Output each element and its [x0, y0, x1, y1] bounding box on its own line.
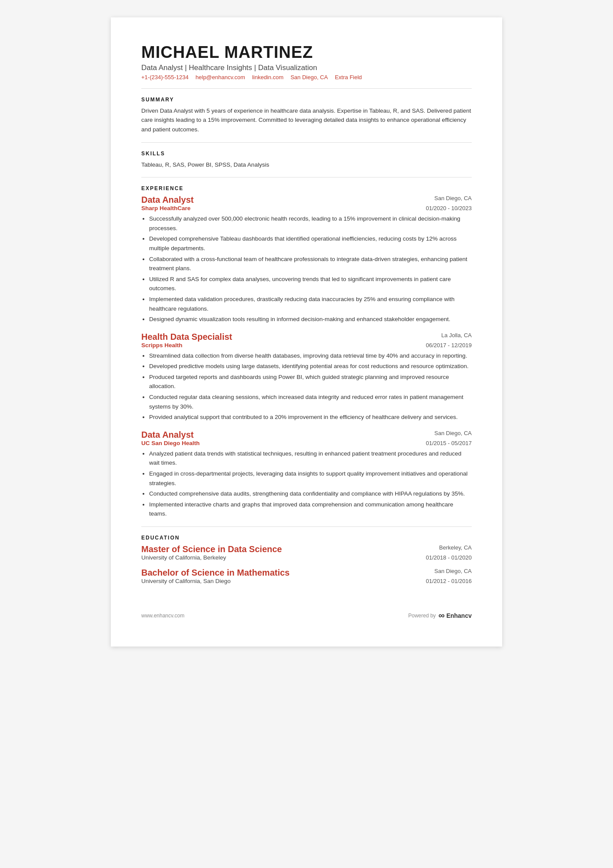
skills-title: SKILLS	[141, 151, 472, 157]
job-1-title: Data Analyst	[141, 195, 193, 205]
job-3-bullets: Analyzed patient data trends with statis…	[141, 449, 472, 519]
degree-2-school: University of California, San Diego	[141, 578, 231, 584]
job-1-bullet-4: Utilized R and SAS for complex data anal…	[149, 275, 472, 293]
resume-page: MICHAEL MARTINEZ Data Analyst | Healthca…	[111, 17, 502, 647]
job-2-bullets: Streamlined data collection from diverse…	[141, 351, 472, 422]
degree-1-location: Berkeley, CA	[439, 544, 472, 551]
degree-1-school: University of California, Berkeley	[141, 554, 226, 561]
job-3-company: UC San Diego Health	[141, 440, 200, 446]
job-1-header: Data Analyst San Diego, CA	[141, 195, 472, 205]
job-1-bullet-6: Designed dynamic visualization tools res…	[149, 315, 472, 324]
degree-2-location: San Diego, CA	[434, 568, 472, 574]
job-2-bullet-4: Conducted regular data cleaning sessions…	[149, 392, 472, 411]
enhancv-brand-name: Enhancv	[446, 612, 472, 619]
job-2-header: Health Data Specialist La Jolla, CA	[141, 332, 472, 342]
degree-1-dates: 01/2018 - 01/2020	[426, 554, 472, 561]
job-2-title: Health Data Specialist	[141, 332, 232, 342]
job-3-header: Data Analyst San Diego, CA	[141, 430, 472, 440]
header: MICHAEL MARTINEZ Data Analyst | Healthca…	[141, 44, 472, 80]
job-3-subheader: UC San Diego Health 01/2015 - 05/2017	[141, 440, 472, 446]
education-section: EDUCATION Master of Science in Data Scie…	[141, 535, 472, 584]
skills-divider	[141, 177, 472, 178]
job-3-bullet-3: Conducted comprehensive data audits, str…	[149, 489, 472, 499]
job-1-company: Sharp HealthCare	[141, 205, 190, 211]
contact-line: +1-(234)-555-1234 help@enhancv.com linke…	[141, 74, 472, 80]
degree-2: Bachelor of Science in Mathematics San D…	[141, 568, 472, 584]
job-2-bullet-3: Produced targeted reports and dashboards…	[149, 372, 472, 391]
powered-by-text: Powered by	[408, 613, 436, 619]
job-2-company: Scripps Health	[141, 342, 183, 349]
skills-section: SKILLS Tableau, R, SAS, Power BI, SPSS, …	[141, 151, 472, 170]
job-2-dates: 06/2017 - 12/2019	[426, 342, 472, 349]
candidate-tagline: Data Analyst | Healthcare Insights | Dat…	[141, 64, 472, 72]
footer-website: www.enhancv.com	[141, 613, 184, 619]
degree-1-header: Master of Science in Data Science Berkel…	[141, 544, 472, 554]
job-3-dates: 01/2015 - 05/2017	[426, 440, 472, 446]
summary-title: SUMMARY	[141, 97, 472, 103]
job-2-bullet-5: Provided analytical support that contrib…	[149, 412, 472, 422]
footer: www.enhancv.com Powered by ∞ Enhancv	[141, 610, 472, 620]
job-1-subheader: Sharp HealthCare 01/2020 - 10/2023	[141, 205, 472, 211]
degree-1-subheader: University of California, Berkeley 01/20…	[141, 554, 472, 561]
job-2-location: La Jolla, CA	[441, 332, 472, 338]
job-3-bullet-4: Implemented interactive charts and graph…	[149, 500, 472, 519]
job-2: Health Data Specialist La Jolla, CA Scri…	[141, 332, 472, 422]
footer-brand: Powered by ∞ Enhancv	[408, 610, 472, 620]
job-3-bullet-2: Engaged in cross-departmental projects, …	[149, 469, 472, 488]
degree-1-title: Master of Science in Data Science	[141, 544, 282, 554]
job-3-location: San Diego, CA	[434, 430, 472, 436]
contact-email: help@enhancv.com	[196, 74, 245, 80]
job-1-location: San Diego, CA	[434, 195, 472, 201]
job-2-bullet-1: Streamlined data collection from diverse…	[149, 351, 472, 361]
job-3-bullet-1: Analyzed patient data trends with statis…	[149, 449, 472, 468]
education-title: EDUCATION	[141, 535, 472, 541]
job-2-subheader: Scripps Health 06/2017 - 12/2019	[141, 342, 472, 349]
contact-extra: Extra Field	[335, 74, 362, 80]
degree-2-title: Bachelor of Science in Mathematics	[141, 568, 290, 578]
job-1-bullet-5: Implemented data validation procedures, …	[149, 295, 472, 313]
job-1-bullets: Successfully analyzed over 500,000 elect…	[141, 214, 472, 324]
degree-2-header: Bachelor of Science in Mathematics San D…	[141, 568, 472, 578]
candidate-name: MICHAEL MARTINEZ	[141, 44, 472, 62]
header-divider	[141, 88, 472, 89]
contact-location: San Diego, CA	[290, 74, 328, 80]
summary-divider	[141, 142, 472, 143]
education-divider	[141, 526, 472, 527]
enhancv-logo-icon: ∞	[438, 610, 444, 620]
degree-2-subheader: University of California, San Diego 01/2…	[141, 578, 472, 584]
contact-phone: +1-(234)-555-1234	[141, 74, 189, 80]
degree-2-dates: 01/2012 - 01/2016	[426, 578, 472, 584]
experience-section: EXPERIENCE Data Analyst San Diego, CA Sh…	[141, 185, 472, 519]
job-1-bullet-2: Developed comprehensive Tableau dashboar…	[149, 234, 472, 253]
job-1-dates: 01/2020 - 10/2023	[426, 205, 472, 211]
experience-title: EXPERIENCE	[141, 185, 472, 191]
job-1: Data Analyst San Diego, CA Sharp HealthC…	[141, 195, 472, 324]
job-1-bullet-3: Collaborated with a cross-functional tea…	[149, 255, 472, 273]
skills-text: Tableau, R, SAS, Power BI, SPSS, Data An…	[141, 160, 472, 170]
job-3: Data Analyst San Diego, CA UC San Diego …	[141, 430, 472, 519]
summary-text: Driven Data Analyst with 5 years of expe…	[141, 106, 472, 134]
degree-1: Master of Science in Data Science Berkel…	[141, 544, 472, 561]
job-2-bullet-2: Developed predictive models using large …	[149, 362, 472, 371]
job-1-bullet-1: Successfully analyzed over 500,000 elect…	[149, 214, 472, 233]
summary-section: SUMMARY Driven Data Analyst with 5 years…	[141, 97, 472, 134]
job-3-title: Data Analyst	[141, 430, 193, 440]
enhancv-logo: ∞ Enhancv	[438, 610, 472, 620]
contact-linkedin: linkedin.com	[252, 74, 283, 80]
